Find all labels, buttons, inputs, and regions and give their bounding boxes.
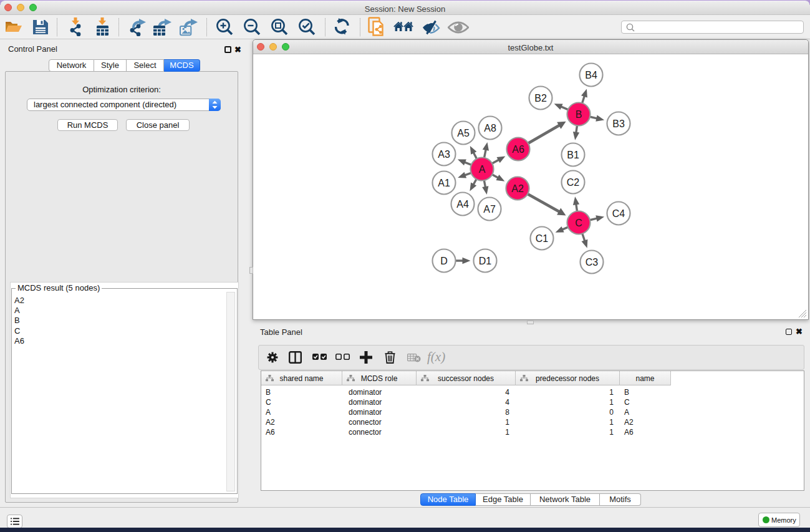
svg-text:A5: A5	[457, 128, 470, 138]
svg-text:A1: A1	[438, 178, 450, 188]
svg-text:C1: C1	[536, 233, 549, 244]
svg-text:B: B	[576, 109, 582, 120]
svg-text:A7: A7	[483, 204, 496, 215]
svg-text:C4: C4	[612, 208, 625, 219]
svg-text:A: A	[479, 164, 486, 175]
svg-text:B2: B2	[534, 93, 547, 104]
svg-text:D: D	[440, 256, 448, 266]
svg-text:A2: A2	[511, 183, 524, 194]
svg-text:A8: A8	[484, 123, 496, 133]
svg-text:B4: B4	[585, 70, 597, 80]
svg-text:A3: A3	[438, 149, 450, 160]
svg-text:B3: B3	[612, 118, 625, 129]
svg-text:D1: D1	[479, 256, 492, 266]
svg-text:C2: C2	[567, 177, 580, 188]
svg-text:A4: A4	[456, 199, 469, 210]
svg-text:A6: A6	[512, 144, 524, 155]
svg-text:C: C	[575, 218, 582, 228]
svg-text:C3: C3	[586, 257, 599, 268]
svg-text:B1: B1	[567, 150, 579, 160]
